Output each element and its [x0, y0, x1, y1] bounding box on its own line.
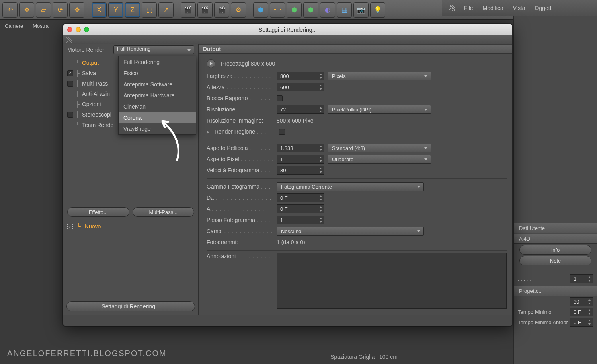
tab-progetto[interactable]: Progetto...: [514, 286, 597, 296]
move2-icon[interactable]: ✥: [69, 2, 84, 18]
tree-multipass[interactable]: Multi-Pass: [82, 80, 108, 87]
render-regione-label: Render Regione: [215, 128, 276, 135]
engine-option-software[interactable]: Anteprima Software: [119, 79, 196, 90]
modal-menubar: [63, 35, 512, 44]
menu-oggetti[interactable]: Oggetti: [535, 5, 553, 11]
scale-icon[interactable]: ▱: [36, 2, 51, 18]
expand-tri-icon[interactable]: ▶: [207, 130, 210, 134]
unit-select[interactable]: Pixels: [328, 72, 431, 80]
grid-icon[interactable]: [66, 37, 72, 43]
render-settings-button[interactable]: Settaggi di Rendering...: [66, 301, 195, 311]
a-label: A: [207, 206, 273, 212]
rotate-icon[interactable]: ⟳: [53, 2, 68, 18]
engine-option-corona[interactable]: Corona: [119, 112, 196, 123]
status-bar: Spaziatura Griglia : 100 cm: [330, 354, 398, 360]
engine-dropdown[interactable]: Full Rendering: [113, 45, 194, 54]
tree-stereo[interactable]: Stereoscopi: [82, 111, 111, 118]
risoluzione-unit-select[interactable]: Pixel/Pollici (DPI): [328, 105, 431, 114]
nurbs-icon[interactable]: ⬢: [287, 2, 302, 18]
right-menubar: File Modifica Vista Oggetti: [442, 0, 597, 16]
tree-output[interactable]: Output: [82, 60, 99, 66]
menu-modifica[interactable]: Modifica: [483, 5, 503, 11]
gamma-label: Gamma Fotogramma: [207, 183, 273, 190]
attr-val1[interactable]: 1: [570, 274, 593, 283]
axis-x-icon[interactable]: X: [92, 2, 107, 18]
attr-val30[interactable]: 30: [570, 297, 593, 306]
menu-camere[interactable]: Camere: [5, 23, 23, 29]
stereo-checkbox[interactable]: [67, 112, 73, 118]
aspetto-pellicola-input[interactable]: 1.333: [277, 144, 324, 152]
fotogrammi-label: Fotogrammi:: [207, 239, 273, 245]
multipass-checkbox[interactable]: [67, 81, 73, 87]
tab-a4d[interactable]: A 4D: [514, 234, 597, 244]
tree-salva[interactable]: Salva: [82, 70, 96, 76]
menu-vista[interactable]: Vista: [513, 5, 525, 11]
render-settings-icon[interactable]: ⚙: [231, 2, 246, 18]
camera-icon[interactable]: 📷: [353, 2, 369, 18]
preset-play-icon[interactable]: [207, 59, 215, 68]
tempo-minimo-value[interactable]: 0 F: [570, 308, 593, 316]
move-icon[interactable]: ✥: [19, 2, 34, 18]
axis-z-icon[interactable]: Z: [125, 2, 140, 18]
aspetto-pellicola-select[interactable]: Standard (4:3): [328, 144, 431, 152]
titlebar: Settaggi di Rendering...: [63, 24, 512, 35]
render-settings-window: Settaggi di Rendering... Motore Render F…: [63, 24, 513, 326]
axis-y-icon[interactable]: Y: [108, 2, 123, 18]
axis-icon[interactable]: ↗: [158, 2, 174, 18]
aspetto-pixel-select[interactable]: Quadrato: [328, 155, 431, 164]
spline-icon[interactable]: 〰: [270, 2, 285, 18]
engine-label: Motore Render: [67, 47, 110, 53]
a-input[interactable]: 0 F: [277, 204, 324, 213]
light-icon[interactable]: 💡: [370, 2, 385, 18]
render-active-icon[interactable]: 🎬: [214, 2, 229, 18]
array-icon[interactable]: ⬢: [303, 2, 318, 18]
render-region-icon[interactable]: 🎬: [197, 2, 213, 18]
altezza-label: Altezza: [207, 84, 273, 90]
engine-option-cineman[interactable]: CineMan: [119, 101, 196, 112]
tab-dati-utente[interactable]: Dati Utente: [514, 223, 597, 233]
velocita-label: Velocità Fotogramma: [207, 167, 273, 173]
tree-opzioni[interactable]: Opzioni: [82, 101, 101, 107]
floor-icon[interactable]: ▦: [337, 2, 352, 18]
annotazioni-label: Annotazioni: [207, 253, 273, 259]
tempo-minimo-label: Tempo Minimo: [518, 309, 568, 315]
campi-label: Campi: [207, 228, 273, 234]
tree-team[interactable]: Team Rende: [82, 122, 113, 128]
altezza-input[interactable]: 600: [277, 83, 324, 91]
da-input[interactable]: 0 F: [277, 193, 324, 202]
grid-icon: [449, 5, 455, 11]
engine-option-fisico[interactable]: Fisico: [119, 68, 196, 79]
risoluzione-input[interactable]: 72: [277, 105, 324, 114]
new-label: Nuovo: [85, 223, 101, 230]
larghezza-input[interactable]: 800: [277, 72, 324, 80]
blocca-checkbox[interactable]: [277, 95, 283, 101]
cube-icon[interactable]: ⬢: [253, 2, 268, 18]
multipass-button[interactable]: Multi-Pass...: [133, 207, 195, 217]
campi-select[interactable]: Nessuno: [277, 227, 424, 236]
info-button[interactable]: Info: [519, 245, 591, 255]
gamma-select[interactable]: Fotogramma Corrente: [277, 182, 424, 191]
engine-option-hardware[interactable]: Anteprima Hardware: [119, 90, 196, 101]
salva-checkbox[interactable]: ✓: [67, 70, 73, 76]
viewport-menu: Camere Mostra: [0, 20, 53, 32]
window-title: Settaggi di Rendering...: [63, 27, 512, 33]
deformer-icon[interactable]: ◐: [320, 2, 335, 18]
coord-icon[interactable]: ⬚: [142, 2, 157, 18]
larghezza-label: Larghezza: [207, 73, 273, 79]
new-preset-row[interactable]: ⤢ └ Nuovo: [63, 221, 198, 232]
engine-option-full[interactable]: Full Rendering: [119, 56, 196, 68]
velocita-input[interactable]: 30: [277, 166, 324, 175]
tree-antialias[interactable]: Anti-Aliasin: [82, 91, 110, 97]
annotazioni-textarea[interactable]: [277, 253, 507, 309]
tempo-minimo-ante-value[interactable]: 0 F: [570, 318, 593, 327]
undo-icon[interactable]: ↶: [2, 2, 18, 18]
render-icon[interactable]: 🎬: [181, 2, 196, 18]
render-regione-checkbox[interactable]: [279, 129, 285, 135]
menu-mostra[interactable]: Mostra: [33, 23, 49, 29]
engine-option-vray[interactable]: VrayBridge: [119, 123, 196, 134]
menu-file[interactable]: File: [464, 5, 473, 11]
aspetto-pixel-input[interactable]: 1: [277, 155, 324, 164]
effetto-button[interactable]: Effetto...: [67, 207, 129, 217]
note-button[interactable]: Note: [519, 256, 591, 265]
passo-input[interactable]: 1: [277, 216, 324, 224]
